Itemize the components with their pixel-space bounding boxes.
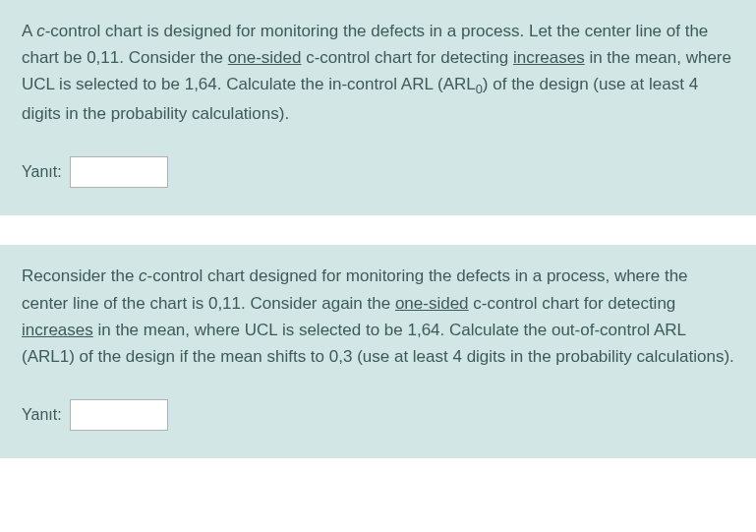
- answer-label-2: Yanıt:: [22, 406, 62, 424]
- text-part: A: [22, 22, 36, 40]
- text-underlined-onesided: one-sided: [395, 294, 469, 313]
- answer-input-1[interactable]: [70, 156, 168, 188]
- text-part: Reconsider the: [22, 266, 139, 285]
- answer-label-1: Yanıt:: [22, 163, 62, 181]
- question-block-1: A c-control chart is designed for monito…: [0, 0, 756, 215]
- answer-input-2[interactable]: [70, 399, 168, 431]
- text-underlined-increases: increases: [513, 48, 585, 67]
- text-part: in the mean, where UCL is selected to be…: [22, 321, 734, 366]
- question-text-2: Reconsider the c-control chart designed …: [22, 263, 734, 370]
- text-underlined-onesided: one-sided: [228, 48, 302, 67]
- answer-row-2: Yanıt:: [22, 399, 734, 431]
- text-italic-c: c: [139, 266, 147, 285]
- text-part: c-control chart for detecting: [469, 294, 676, 313]
- text-part: c-control chart for detecting: [301, 48, 512, 67]
- answer-row-1: Yanıt:: [22, 156, 734, 188]
- question-block-2: Reconsider the c-control chart designed …: [0, 245, 756, 458]
- question-text-1: A c-control chart is designed for monito…: [22, 18, 734, 127]
- text-italic-c: c: [36, 22, 45, 40]
- text-underlined-increases: increases: [22, 321, 93, 339]
- text-subscript-0: 0: [476, 83, 483, 97]
